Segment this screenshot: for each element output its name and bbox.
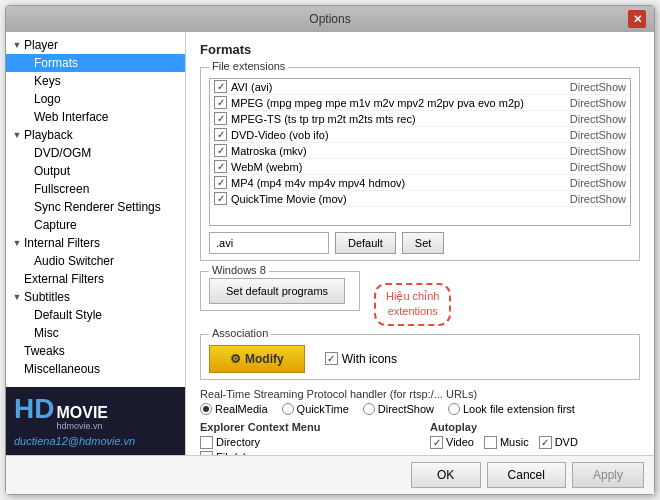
file-list-item[interactable]: ✓ Matroska (mkv) DirectShow bbox=[210, 143, 630, 159]
radio-directshow[interactable] bbox=[363, 403, 375, 415]
autoplay-music-label: Music bbox=[500, 436, 529, 448]
sidebar-item-audio-switcher[interactable]: Audio Switcher bbox=[6, 252, 185, 270]
rtsp-quicktime[interactable]: QuickTime bbox=[282, 403, 349, 415]
sidebar-label-dvd-ogm: DVD/OGM bbox=[34, 146, 91, 160]
sidebar-label-tweaks: Tweaks bbox=[24, 344, 65, 358]
default-button[interactable]: Default bbox=[335, 232, 396, 254]
autoplay-music-checkbox[interactable] bbox=[484, 436, 497, 449]
explorer-context-label: Explorer Context Menu bbox=[200, 421, 410, 433]
sidebar-label-fullscreen: Fullscreen bbox=[34, 182, 89, 196]
annotation-text: Hiệu chỉnhextentions bbox=[386, 290, 439, 317]
sidebar-item-sync-renderer[interactable]: Sync Renderer Settings bbox=[6, 198, 185, 216]
logo-movie: MOVIE bbox=[56, 405, 108, 421]
explorer-directory-checkbox[interactable] bbox=[200, 436, 213, 449]
modify-button[interactable]: ⚙ Modify bbox=[209, 345, 305, 373]
file-list[interactable]: ✓ AVI (avi) DirectShow ✓ MPEG (mpg mpeg … bbox=[209, 78, 631, 226]
logo-email: ductiena12@hdmovie.vn bbox=[14, 435, 177, 447]
sidebar-item-misc[interactable]: Misc bbox=[6, 324, 185, 342]
sidebar-label-misc: Misc bbox=[34, 326, 59, 340]
rtsp-label: Real-Time Streaming Protocol handler (fo… bbox=[200, 388, 640, 400]
set-default-programs-button[interactable]: Set default programs bbox=[209, 278, 345, 304]
file-handler-2: DirectShow bbox=[570, 113, 626, 125]
sidebar-label-external-filters: External Filters bbox=[24, 272, 104, 286]
radio-look-ext[interactable] bbox=[448, 403, 460, 415]
file-list-item[interactable]: ✓ MPEG-TS (ts tp trp m2t m2ts mts rec) D… bbox=[210, 111, 630, 127]
sidebar-item-internal-filters[interactable]: Internal Filters bbox=[6, 234, 185, 252]
file-checkbox-5[interactable]: ✓ bbox=[214, 160, 227, 173]
file-checkbox-3[interactable]: ✓ bbox=[214, 128, 227, 141]
file-label-0: AVI (avi) bbox=[231, 81, 272, 93]
sidebar-item-player[interactable]: Player bbox=[6, 36, 185, 54]
sidebar-item-dvd-ogm[interactable]: DVD/OGM bbox=[6, 144, 185, 162]
file-list-item[interactable]: ✓ QuickTime Movie (mov) DirectShow bbox=[210, 191, 630, 207]
logo-sub: hdmovie.vn bbox=[56, 421, 108, 431]
modify-label: Modify bbox=[245, 352, 284, 366]
autoplay-video-checkbox[interactable]: ✓ bbox=[430, 436, 443, 449]
file-list-item[interactable]: ✓ MPEG (mpg mpeg mpe m1v m2v mpv2 m2pv p… bbox=[210, 95, 630, 111]
autoplay-dvd-label: DVD bbox=[555, 436, 578, 448]
rtsp-realmedia[interactable]: RealMedia bbox=[200, 403, 268, 415]
sidebar-item-playback[interactable]: Playback bbox=[6, 126, 185, 144]
windows8-label: Windows 8 bbox=[209, 264, 269, 276]
explorer-context-group: Explorer Context Menu Directory File(s) bbox=[200, 421, 410, 455]
autoplay-video-row: ✓ Video bbox=[430, 436, 474, 449]
sidebar-item-default-style[interactable]: Default Style bbox=[6, 306, 185, 324]
rtsp-group: Real-Time Streaming Protocol handler (fo… bbox=[200, 388, 640, 415]
file-handler-6: DirectShow bbox=[570, 177, 626, 189]
association-row: ⚙ Modify ✓ With icons bbox=[209, 345, 631, 373]
logo-hd: HD bbox=[14, 395, 54, 423]
close-button[interactable]: ✕ bbox=[628, 10, 646, 28]
file-checkbox-0[interactable]: ✓ bbox=[214, 80, 227, 93]
autoplay-dvd-row: ✓ DVD bbox=[539, 436, 578, 449]
association-group: Association ⚙ Modify ✓ With icons bbox=[200, 334, 640, 380]
sidebar-item-formats[interactable]: Formats bbox=[6, 54, 185, 72]
file-handler-1: DirectShow bbox=[570, 97, 626, 109]
autoplay-group: Autoplay ✓ Video Music ✓ DVD bbox=[430, 421, 640, 455]
radio-look-ext-label: Look file extension first bbox=[463, 403, 575, 415]
rtsp-directshow[interactable]: DirectShow bbox=[363, 403, 434, 415]
file-list-item[interactable]: ✓ AVI (avi) DirectShow bbox=[210, 79, 630, 95]
sidebar-item-logo[interactable]: Logo bbox=[6, 90, 185, 108]
file-checkbox-1[interactable]: ✓ bbox=[214, 96, 227, 109]
sidebar-tree: Player Formats Keys Logo bbox=[6, 32, 185, 387]
modify-icon: ⚙ bbox=[230, 352, 241, 366]
radio-quicktime[interactable] bbox=[282, 403, 294, 415]
radio-realmedia-label: RealMedia bbox=[215, 403, 268, 415]
file-checkbox-2[interactable]: ✓ bbox=[214, 112, 227, 125]
ext-input[interactable] bbox=[209, 232, 329, 254]
file-checkbox-7[interactable]: ✓ bbox=[214, 192, 227, 205]
options-window: Options ✕ Player Formats bbox=[5, 5, 655, 495]
window-title: Options bbox=[32, 12, 628, 26]
with-icons-checkbox[interactable]: ✓ bbox=[325, 352, 338, 365]
sidebar-item-web-interface[interactable]: Web Interface bbox=[6, 108, 185, 126]
cancel-button[interactable]: Cancel bbox=[487, 462, 566, 488]
file-checkbox-6[interactable]: ✓ bbox=[214, 176, 227, 189]
sidebar-label-web-interface: Web Interface bbox=[34, 110, 108, 124]
sidebar-item-keys[interactable]: Keys bbox=[6, 72, 185, 90]
file-list-item[interactable]: ✓ WebM (webm) DirectShow bbox=[210, 159, 630, 175]
sidebar-item-subtitles[interactable]: Subtitles bbox=[6, 288, 185, 306]
sidebar-item-tweaks[interactable]: Tweaks bbox=[6, 342, 185, 360]
title-bar: Options ✕ bbox=[6, 6, 654, 32]
file-list-item[interactable]: ✓ DVD-Video (vob ifo) DirectShow bbox=[210, 127, 630, 143]
sidebar-logo: HD MOVIE hdmovie.vn ductiena12@hdmovie.v… bbox=[6, 387, 185, 455]
apply-button[interactable]: Apply bbox=[572, 462, 644, 488]
sidebar-label-subtitles: Subtitles bbox=[24, 290, 70, 304]
sidebar-item-miscellaneous[interactable]: Miscellaneous bbox=[6, 360, 185, 378]
sidebar-label-default-style: Default Style bbox=[34, 308, 102, 322]
sidebar-item-output[interactable]: Output bbox=[6, 162, 185, 180]
radio-quicktime-label: QuickTime bbox=[297, 403, 349, 415]
sidebar-item-external-filters[interactable]: External Filters bbox=[6, 270, 185, 288]
autoplay-dvd-checkbox[interactable]: ✓ bbox=[539, 436, 552, 449]
main-content: Formats File extensions ✓ AVI (avi) Dire… bbox=[186, 32, 654, 455]
rtsp-look-ext[interactable]: Look file extension first bbox=[448, 403, 575, 415]
sidebar-item-fullscreen[interactable]: Fullscreen bbox=[6, 180, 185, 198]
file-checkbox-4[interactable]: ✓ bbox=[214, 144, 227, 157]
file-list-item[interactable]: ✓ MP4 (mp4 m4v mp4v mpv4 hdmov) DirectSh… bbox=[210, 175, 630, 191]
set-button[interactable]: Set bbox=[402, 232, 445, 254]
radio-realmedia[interactable] bbox=[200, 403, 212, 415]
sidebar-item-capture[interactable]: Capture bbox=[6, 216, 185, 234]
ok-button[interactable]: OK bbox=[411, 462, 481, 488]
sidebar-label-capture: Capture bbox=[34, 218, 77, 232]
ext-row: Default Set bbox=[209, 232, 631, 254]
